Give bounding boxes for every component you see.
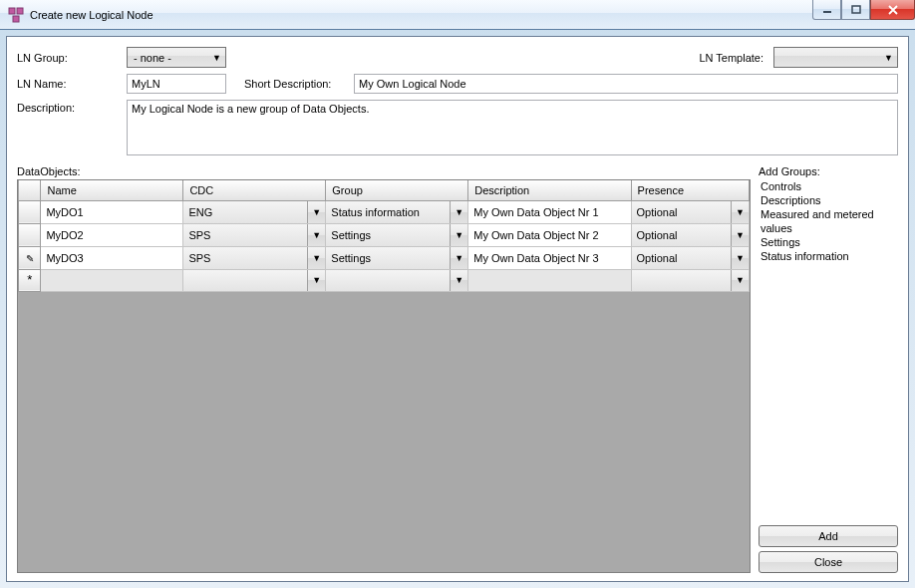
chevron-down-icon: ▼	[732, 270, 749, 291]
ln-name-input[interactable]	[127, 74, 226, 94]
cell-description[interactable]	[468, 278, 630, 282]
list-item[interactable]: Measured and metered values	[759, 207, 898, 235]
cell-name[interactable]	[41, 270, 182, 291]
window-buttons	[812, 0, 915, 20]
chevron-down-icon: ▼	[308, 270, 325, 291]
maximize-icon	[851, 5, 861, 15]
grid-header-row: Name CDC Group Description Presence	[19, 180, 750, 200]
chevron-down-icon: ▼	[732, 247, 749, 269]
table-row: MyDO2 SPS▼ Settings▼ My Own Data Object …	[19, 223, 750, 246]
ln-group-value: - none -	[134, 52, 210, 64]
chevron-down-icon: ▼	[308, 247, 325, 269]
description-textarea[interactable]	[127, 100, 898, 155]
ln-template-label: LN Template:	[699, 52, 763, 64]
cell-name[interactable]: MyDO2	[41, 224, 182, 246]
close-button[interactable]: Close	[759, 551, 898, 573]
table-row: ✎ MyDO3 SPS▼ Settings▼ My Own Data Objec…	[19, 246, 750, 269]
cell-presence[interactable]: Optional▼	[632, 247, 749, 269]
add-groups-label: Add Groups:	[759, 165, 898, 177]
chevron-down-icon: ▼	[732, 224, 749, 246]
chevron-down-icon: ▼	[308, 201, 325, 223]
description-label: Description:	[17, 100, 127, 114]
close-icon	[887, 5, 899, 15]
chevron-down-icon: ▼	[732, 201, 749, 223]
row-selector[interactable]: ✎	[19, 246, 41, 269]
cell-description[interactable]: My Own Data Object Nr 2	[468, 224, 630, 246]
cell-name[interactable]: MyDO3	[41, 247, 182, 269]
chevron-down-icon: ▼	[451, 201, 467, 223]
row-selector[interactable]	[19, 223, 41, 246]
row-selector-new[interactable]: *	[19, 269, 41, 291]
close-window-button[interactable]	[870, 0, 915, 20]
add-groups-list[interactable]: Controls Descriptions Measured and meter…	[759, 179, 898, 521]
minimize-button[interactable]	[812, 0, 841, 20]
table-row-new: * ▼ ▼ ▼	[19, 269, 750, 291]
svg-rect-1	[17, 8, 23, 14]
svg-rect-3	[823, 11, 831, 13]
ln-group-label: LN Group:	[17, 52, 127, 64]
col-cdc[interactable]: CDC	[183, 180, 326, 200]
cell-cdc[interactable]: SPS▼	[183, 247, 325, 269]
minimize-icon	[822, 5, 832, 15]
new-row-icon: *	[27, 272, 32, 287]
col-description[interactable]: Description	[468, 180, 631, 200]
short-desc-label: Short Description:	[244, 78, 354, 90]
col-presence[interactable]: Presence	[631, 180, 749, 200]
list-item[interactable]: Controls	[759, 179, 898, 193]
cell-presence[interactable]: Optional▼	[632, 224, 749, 246]
svg-rect-0	[9, 8, 15, 14]
data-objects-label: DataObjects:	[17, 165, 751, 177]
dialog-body: LN Group: - none - ▼ LN Template: ▼ LN N…	[6, 36, 909, 582]
col-name[interactable]: Name	[41, 180, 183, 200]
maximize-button[interactable]	[841, 0, 870, 20]
cell-description[interactable]: My Own Data Object Nr 1	[468, 201, 630, 223]
row-selector[interactable]	[19, 200, 41, 223]
data-objects-grid: Name CDC Group Description Presence MyDO…	[17, 179, 751, 573]
chevron-down-icon: ▼	[882, 53, 895, 63]
app-icon	[8, 7, 24, 23]
edit-icon: ✎	[26, 253, 34, 264]
cell-cdc[interactable]: ▼	[183, 270, 325, 291]
svg-rect-2	[13, 16, 19, 22]
cell-description[interactable]: My Own Data Object Nr 3	[468, 247, 630, 269]
list-item[interactable]: Status information	[759, 249, 898, 263]
cell-group[interactable]: Status information▼	[326, 201, 467, 223]
cell-cdc[interactable]: SPS▼	[183, 224, 325, 246]
svg-rect-4	[852, 6, 860, 13]
chevron-down-icon: ▼	[308, 224, 325, 246]
chevron-down-icon: ▼	[451, 247, 467, 269]
ln-group-dropdown[interactable]: - none - ▼	[127, 47, 226, 68]
titlebar: Create new Logical Node	[0, 0, 915, 30]
cell-cdc[interactable]: ENG▼	[183, 201, 325, 223]
short-desc-input[interactable]	[354, 74, 898, 94]
cell-group[interactable]: ▼	[326, 270, 467, 291]
chevron-down-icon: ▼	[451, 224, 467, 246]
table-row: MyDO1 ENG▼ Status information▼ My Own Da…	[19, 200, 750, 223]
cell-presence[interactable]: Optional▼	[632, 201, 749, 223]
ln-template-dropdown[interactable]: ▼	[773, 47, 898, 68]
list-item[interactable]: Settings	[759, 235, 898, 249]
cell-group[interactable]: Settings▼	[326, 224, 467, 246]
col-group[interactable]: Group	[326, 180, 468, 200]
chevron-down-icon: ▼	[451, 270, 467, 291]
cell-group[interactable]: Settings▼	[326, 247, 467, 269]
add-button[interactable]: Add	[759, 525, 898, 547]
cell-presence[interactable]: ▼	[632, 270, 749, 291]
cell-name[interactable]: MyDO1	[41, 201, 182, 223]
ln-name-label: LN Name:	[17, 78, 127, 90]
chevron-down-icon: ▼	[210, 53, 223, 63]
list-item[interactable]: Descriptions	[759, 193, 898, 207]
window-title: Create new Logical Node	[30, 9, 153, 21]
